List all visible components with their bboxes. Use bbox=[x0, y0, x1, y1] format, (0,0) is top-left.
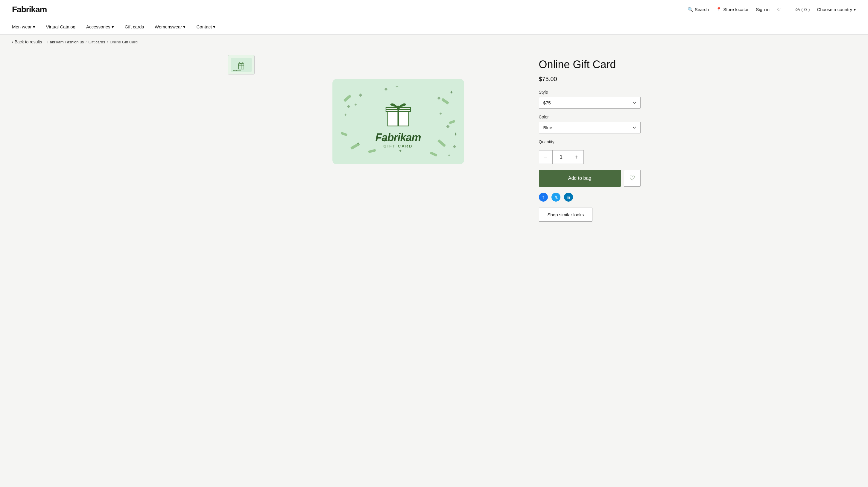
gift-box-svg bbox=[382, 95, 415, 128]
facebook-share-button[interactable]: f bbox=[539, 193, 548, 202]
nav-item-womenswear-label: Womenswear bbox=[155, 24, 182, 29]
wishlist-header-button[interactable]: ♡ bbox=[777, 7, 781, 12]
sign-in-button[interactable]: Sign in bbox=[756, 7, 770, 12]
product-image-area: ✦ ✦ ✦ ✦ ✦ ✦ ✦ ✦ ✦ bbox=[270, 55, 527, 222]
search-icon: 🔍 bbox=[688, 7, 693, 12]
nav-item-gift-cards[interactable]: Gift cards bbox=[125, 24, 144, 29]
cart-count-value: 0 bbox=[804, 7, 807, 12]
plus-3: ✦ bbox=[439, 111, 442, 116]
plus-5: ✦ bbox=[447, 153, 451, 158]
cart-count: ( bbox=[801, 7, 803, 12]
plus-4: ✦ bbox=[356, 141, 360, 146]
quantity-value: 1 bbox=[552, 151, 570, 164]
decoration-4 bbox=[441, 98, 449, 104]
nav-item-accessories[interactable]: Accessories ▾ bbox=[86, 24, 114, 30]
style-label: Style bbox=[539, 90, 641, 95]
sign-in-label: Sign in bbox=[756, 7, 770, 12]
decoration-6 bbox=[437, 139, 446, 147]
thumbnail-sidebar: Fabrikam bbox=[228, 55, 258, 222]
nav-item-menwear-label: Men wear bbox=[12, 24, 32, 29]
thumbnail-image: Fabrikam bbox=[231, 58, 252, 72]
facebook-icon: f bbox=[542, 195, 544, 199]
product-thumbnail[interactable]: Fabrikam bbox=[228, 55, 255, 74]
chevron-down-icon: ▾ bbox=[33, 24, 35, 30]
product-price: $75.00 bbox=[539, 76, 641, 83]
bag-icon: 🛍 bbox=[795, 7, 800, 12]
chevron-down-icon: ▾ bbox=[854, 7, 856, 12]
star-1: ✦ bbox=[450, 90, 453, 95]
store-locator-button[interactable]: 📍 Store locator bbox=[716, 7, 749, 12]
chevron-down-icon: ▾ bbox=[112, 24, 114, 30]
diamond-5 bbox=[446, 125, 450, 128]
diamond-2 bbox=[347, 105, 350, 108]
style-select[interactable]: $25 $50 $75 $100 bbox=[539, 97, 641, 108]
add-to-bag-button[interactable]: Add to bag bbox=[539, 170, 621, 187]
product-title: Online Gift Card bbox=[539, 58, 641, 71]
diamond-6 bbox=[453, 145, 456, 148]
plus-1: ✦ bbox=[354, 102, 358, 107]
brand-logo[interactable]: Fabrikam bbox=[12, 5, 47, 14]
action-row: Add to bag ♡ bbox=[539, 170, 641, 187]
twitter-icon: 𝕏 bbox=[554, 195, 557, 199]
nav-item-contact[interactable]: Contact ▾ bbox=[196, 24, 215, 30]
breadcrumb: ‹ Back to results Fabrikam Fashion us / … bbox=[0, 35, 868, 49]
breadcrumb-category-link[interactable]: Gift cards bbox=[89, 40, 105, 44]
nav-item-womenswear[interactable]: Womenswear ▾ bbox=[155, 24, 186, 30]
header: Fabrikam 🔍 Search 📍 Store locator Sign i… bbox=[0, 0, 868, 19]
diamond-1 bbox=[359, 93, 362, 97]
heart-outline-icon: ♡ bbox=[629, 174, 635, 182]
nav-item-virtual-catalog[interactable]: Virtual Catalog bbox=[46, 24, 75, 29]
nav-item-contact-label: Contact bbox=[196, 24, 212, 29]
color-select[interactable]: Blue Green Red bbox=[539, 122, 641, 133]
breadcrumb-separator-2: / bbox=[107, 40, 108, 44]
gift-box-wrapper bbox=[382, 95, 415, 129]
linkedin-icon: in bbox=[567, 195, 570, 199]
plus-2: ✦ bbox=[344, 112, 347, 117]
add-to-wishlist-button[interactable]: ♡ bbox=[624, 170, 641, 187]
nav-item-accessories-label: Accessories bbox=[86, 24, 111, 29]
social-row: f 𝕏 in bbox=[539, 193, 641, 202]
country-selector[interactable]: Choose a country ▾ bbox=[817, 7, 856, 12]
back-to-results-link[interactable]: ‹ Back to results bbox=[12, 39, 42, 44]
main-nav: Men wear ▾ Virtual Catalog Accessories ▾… bbox=[0, 19, 868, 35]
search-button[interactable]: 🔍 Search bbox=[688, 7, 709, 12]
star-2: ✦ bbox=[454, 131, 458, 137]
star-3: ✦ bbox=[398, 148, 402, 154]
decoration-8 bbox=[430, 151, 437, 157]
heart-icon: ♡ bbox=[777, 7, 781, 12]
header-actions: 🔍 Search 📍 Store locator Sign in ♡ 🛍 (0)… bbox=[688, 6, 856, 13]
decoration-5 bbox=[449, 120, 455, 124]
back-to-results-label: Back to results bbox=[15, 39, 42, 44]
breadcrumb-home-link[interactable]: Fabrikam Fashion us bbox=[48, 40, 84, 44]
product-details-panel: Online Gift Card $75.00 Style $25 $50 $7… bbox=[539, 55, 641, 222]
breadcrumb-current-page: Online Gift Card bbox=[110, 40, 137, 44]
svg-point-9 bbox=[397, 106, 400, 109]
breadcrumb-separator-1: / bbox=[86, 40, 87, 44]
gift-card-text-area: Fabrikam GIFT CARD bbox=[375, 131, 421, 149]
nav-item-gift-cards-label: Gift cards bbox=[125, 24, 144, 29]
gift-card-brand-name: Fabrikam bbox=[375, 131, 421, 144]
chevron-down-icon: ▾ bbox=[183, 24, 186, 30]
linkedin-share-button[interactable]: in bbox=[564, 193, 573, 202]
decoration-2 bbox=[341, 132, 347, 136]
twitter-share-button[interactable]: 𝕏 bbox=[552, 193, 560, 202]
gift-card-subtitle: GIFT CARD bbox=[383, 144, 413, 149]
cart-button[interactable]: 🛍 (0) bbox=[795, 7, 810, 12]
quantity-controls: − 1 + bbox=[539, 150, 584, 164]
quantity-label: Quantity bbox=[539, 139, 641, 144]
decoration-7 bbox=[368, 149, 376, 153]
location-icon: 📍 bbox=[716, 7, 722, 12]
diamond-4 bbox=[437, 96, 440, 100]
svg-text:Fabrikam: Fabrikam bbox=[233, 69, 241, 71]
country-label: Choose a country bbox=[817, 7, 852, 12]
color-label: Color bbox=[539, 115, 641, 119]
quantity-decrease-button[interactable]: − bbox=[539, 151, 552, 164]
store-locator-label: Store locator bbox=[723, 7, 749, 12]
shop-similar-looks-button[interactable]: Shop similar looks bbox=[539, 207, 593, 222]
nav-item-menwear[interactable]: Men wear ▾ bbox=[12, 24, 35, 30]
header-divider bbox=[788, 6, 788, 13]
plus-6: ✦ bbox=[395, 84, 399, 89]
gift-card-image: ✦ ✦ ✦ ✦ ✦ ✦ ✦ ✦ ✦ bbox=[333, 79, 464, 164]
quantity-increase-button[interactable]: + bbox=[570, 151, 584, 164]
back-arrow-icon: ‹ bbox=[12, 39, 13, 44]
